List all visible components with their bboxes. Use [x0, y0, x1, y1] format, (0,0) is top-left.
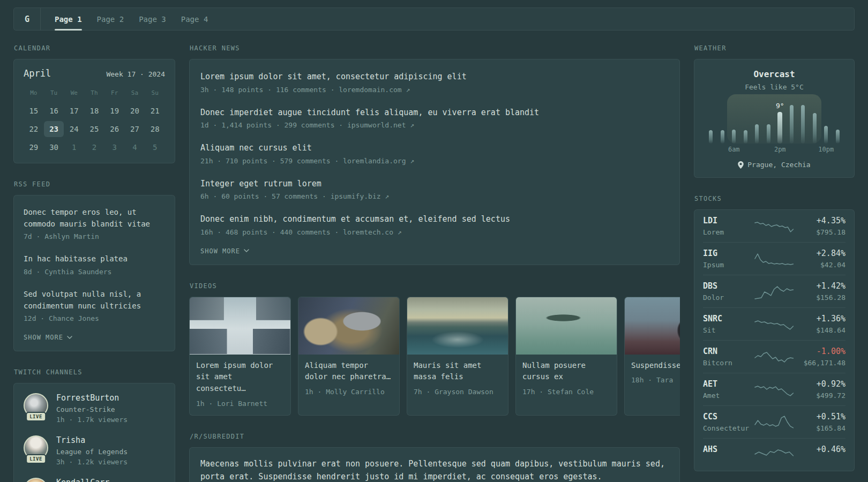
stock-symbol[interactable]: DBS — [703, 281, 754, 291]
hn-item[interactable]: Donec enim nibh, condimentum et accumsan… — [200, 206, 669, 242]
video-thumbnail[interactable] — [190, 297, 290, 355]
weather-feels-like: Feels like 5°C — [703, 83, 845, 91]
stock-price: $156.28 — [795, 293, 845, 302]
subreddit-section: /R/SUBREDDIT Maecenas mollis pulvinar er… — [189, 433, 680, 482]
stock-row[interactable]: DBS Dolor +1.42% $156.28 — [703, 275, 845, 307]
calendar-day: 28 — [145, 121, 165, 137]
stock-symbol[interactable]: AHS — [703, 445, 754, 454]
weather-condition: Overcast — [703, 69, 845, 79]
rss-item-title[interactable]: In hac habitasse platea — [24, 253, 165, 265]
hn-item[interactable]: Aliquam nec cursus elit 21h · 710 points… — [200, 135, 669, 171]
subreddit-section-label: /R/SUBREDDIT — [190, 433, 680, 440]
video-thumbnail[interactable] — [625, 297, 680, 355]
channel-meta: 1h · 1.7k viewers — [56, 416, 128, 424]
channel-name[interactable]: Trisha — [56, 435, 128, 445]
video-thumbnail[interactable] — [516, 297, 617, 355]
page-tabs: Page 1 Page 2 Page 3 Page 4 — [41, 8, 222, 30]
rss-widget: Donec tempor eros leo, ut commodo mauris… — [13, 195, 175, 351]
rss-show-more-button[interactable]: SHOW MORE — [24, 328, 165, 344]
hn-item-title[interactable]: Donec imperdiet augue tincidunt felis al… — [200, 107, 669, 119]
tab-page-3[interactable]: Page 3 — [139, 8, 166, 30]
stock-name: Lorem — [703, 228, 754, 236]
twitch-channel-row[interactable]: LIVE ForrestBurton Counter-Strike 1h · 1… — [24, 393, 165, 424]
hn-item-title[interactable]: Aliquam nec cursus elit — [200, 142, 669, 154]
video-card[interactable]: Aliquam tempor dolor nec pharetra… 1h · … — [298, 297, 400, 416]
hn-item[interactable]: Donec imperdiet augue tincidunt felis al… — [200, 100, 669, 135]
video-thumbnail[interactable] — [298, 297, 399, 355]
hn-item[interactable]: Lorem ipsum dolor sit amet, consectetur … — [200, 64, 669, 100]
weather-bar — [824, 126, 828, 144]
video-card[interactable]: Lorem ipsum dolor sit amet consectetu… 1… — [189, 297, 291, 416]
stock-price: $795.18 — [795, 228, 845, 236]
hn-item[interactable]: Integer eget rutrum lorem 6h · 60 points… — [200, 171, 669, 207]
live-badge: LIVE — [26, 454, 46, 464]
weather-location: Prague, Czechia — [747, 161, 810, 169]
rss-item-meta: 7d · Ashlyn Martin — [24, 232, 165, 240]
video-title[interactable]: Suspendisse diam — [631, 360, 680, 372]
twitch-channel-row[interactable]: LIVE KendallCarr — [24, 478, 165, 482]
reddit-post-title[interactable]: Maecenas mollis pulvinar erat non posuer… — [200, 457, 669, 482]
rss-item-meta: 8d · Cynthia Saunders — [24, 268, 165, 276]
calendar-day: 21 — [145, 103, 165, 119]
channel-name[interactable]: ForrestBurton — [56, 393, 128, 403]
stock-row[interactable]: SNRC Sit +1.36% $148.64 — [703, 307, 845, 340]
hacker-news-widget: Lorem ipsum dolor sit amet, consectetur … — [189, 59, 680, 265]
rss-item[interactable]: Donec tempor eros leo, ut commodo mauris… — [24, 200, 165, 246]
weather-bar-slot — [786, 100, 798, 144]
stock-symbol[interactable]: LDI — [703, 216, 754, 225]
video-card[interactable]: Mauris sit amet massa felis 7h · Grayson… — [407, 297, 508, 416]
channel-game: Counter-Strike — [56, 405, 128, 413]
video-title[interactable]: Aliquam tempor dolor nec pharetra… — [305, 360, 393, 383]
stock-change: -1.00% — [795, 347, 845, 356]
stock-symbol[interactable]: IIG — [703, 248, 754, 258]
weather-bar-slot — [763, 100, 775, 144]
stock-row[interactable]: IIG Ipsum +2.84% $42.04 — [703, 242, 845, 275]
stock-change: +0.51% — [795, 412, 845, 421]
channel-name[interactable]: KendallCarr — [56, 478, 109, 482]
stock-row[interactable]: LDI Lorem +4.35% $795.18 — [703, 210, 845, 242]
hn-item-title[interactable]: Donec enim nibh, condimentum et accumsan… — [200, 213, 669, 225]
stock-change: +1.36% — [795, 314, 845, 323]
twitch-channel-row[interactable]: LIVE Trisha League of Legends 3h · 1.2k … — [24, 435, 165, 466]
stock-symbol[interactable]: CRN — [703, 347, 754, 356]
calendar-day: 19 — [104, 103, 125, 119]
rss-item-title[interactable]: Sed volutpat nulla nisl, a condimentum n… — [24, 289, 165, 312]
video-title[interactable]: Nullam posuere cursus ex — [522, 360, 610, 383]
stock-row[interactable]: CRN Bitcorn -1.00% $66,171.48 — [703, 340, 845, 373]
video-card[interactable]: Nullam posuere cursus ex 17h · Stefan Co… — [515, 297, 617, 416]
twitch-section: TWITCH CHANNELS LIVE ForrestBurton Count… — [13, 368, 175, 482]
stock-symbol[interactable]: CCS — [703, 412, 754, 421]
weather-bar-slot — [740, 100, 752, 144]
reddit-post[interactable]: Maecenas mollis pulvinar erat non posuer… — [200, 457, 669, 482]
stock-row[interactable]: AHS +0.46% — [703, 438, 845, 471]
tab-page-1[interactable]: Page 1 — [55, 8, 82, 30]
weather-bar — [732, 130, 736, 144]
stock-row[interactable]: CCS Consectetur +0.51% $165.84 — [703, 405, 845, 438]
tab-page-4[interactable]: Page 4 — [181, 8, 208, 30]
weather-time-label: 2pm — [774, 146, 786, 153]
weekday-label: Sa — [125, 86, 145, 101]
stock-sparkline — [754, 414, 794, 430]
calendar-day: 24 — [64, 121, 84, 137]
video-meta: 1h · Molly Carrillo — [305, 388, 393, 396]
stock-name: Dolor — [703, 293, 754, 302]
video-thumbnail[interactable] — [407, 297, 508, 355]
video-title[interactable]: Lorem ipsum dolor sit amet consectetu… — [196, 360, 284, 395]
stock-symbol[interactable]: AET — [703, 379, 754, 389]
stock-symbol[interactable]: SNRC — [703, 314, 754, 323]
video-title[interactable]: Mauris sit amet massa felis — [414, 360, 502, 383]
hn-show-more-button[interactable]: SHOW MORE — [200, 242, 669, 258]
rss-item-title[interactable]: Donec tempor eros leo, ut commodo mauris… — [24, 207, 165, 230]
app-logo[interactable]: G — [14, 8, 41, 30]
rss-item[interactable]: Sed volutpat nulla nisl, a condimentum n… — [24, 282, 165, 328]
weather-bar — [836, 130, 840, 144]
stock-row[interactable]: AET Amet +0.92% $499.72 — [703, 373, 845, 405]
hn-item-title[interactable]: Integer eget rutrum lorem — [200, 178, 669, 190]
rss-item[interactable]: In hac habitasse platea 8d · Cynthia Sau… — [24, 246, 165, 282]
hn-item-title[interactable]: Lorem ipsum dolor sit amet, consectetur … — [200, 71, 669, 83]
video-card[interactable]: Suspendisse diam 18h · Tara — [624, 297, 680, 416]
stock-name: Consectetur — [703, 424, 754, 432]
tab-page-2[interactable]: Page 2 — [97, 8, 124, 30]
weather-bar-slot — [820, 100, 832, 144]
stock-name: Sit — [703, 326, 754, 334]
